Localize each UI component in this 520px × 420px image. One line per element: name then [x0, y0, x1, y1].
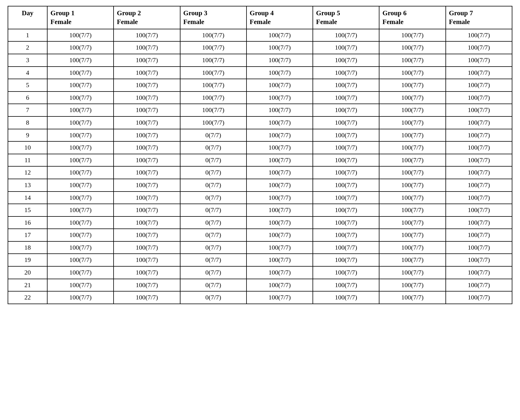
table-row: 20100(7/7)100(7/7)0(7/7)100(7/7)100(7/7)… — [8, 266, 512, 279]
col-header-g5: Group 5Female — [313, 6, 379, 29]
group-2-cell: 100(7/7) — [114, 229, 180, 241]
group-3-cell: 100(7/7) — [180, 29, 247, 42]
group-4-cell: 100(7/7) — [247, 54, 313, 67]
table-row: 16100(7/7)100(7/7)0(7/7)100(7/7)100(7/7)… — [8, 216, 512, 229]
group-3-cell: 0(7/7) — [180, 241, 247, 254]
group-1-cell: 100(7/7) — [47, 54, 114, 67]
day-cell: 4 — [8, 67, 47, 79]
group-5-cell: 100(7/7) — [313, 141, 379, 154]
group-7-cell: 100(7/7) — [446, 141, 512, 154]
group-2-cell: 100(7/7) — [114, 166, 180, 179]
group-2-cell: 100(7/7) — [114, 216, 180, 229]
group-6-cell: 100(7/7) — [379, 104, 445, 116]
group-3-cell: 100(7/7) — [180, 54, 247, 67]
group-7-cell: 100(7/7) — [446, 266, 512, 279]
group-7-cell: 100(7/7) — [446, 279, 512, 292]
group-6-cell: 100(7/7) — [379, 116, 445, 129]
group-3-cell: 0(7/7) — [180, 166, 247, 179]
group-5-cell: 100(7/7) — [313, 129, 379, 142]
group-7-cell: 100(7/7) — [446, 67, 512, 79]
day-cell: 3 — [8, 54, 47, 67]
day-cell: 20 — [8, 266, 47, 279]
group-4-cell: 100(7/7) — [247, 116, 313, 129]
col-header-g6: Group 6Female — [379, 6, 445, 29]
group-3-cell: 0(7/7) — [180, 192, 247, 204]
group-5-cell: 100(7/7) — [313, 254, 379, 266]
group-4-cell: 100(7/7) — [247, 291, 313, 304]
day-cell: 15 — [8, 204, 47, 216]
group-6-cell: 100(7/7) — [379, 54, 445, 67]
day-cell: 7 — [8, 104, 47, 116]
group-6-cell: 100(7/7) — [379, 92, 445, 104]
col-header-day: Day — [8, 6, 47, 29]
group-5-cell: 100(7/7) — [313, 229, 379, 241]
group-2-cell: 100(7/7) — [114, 291, 180, 304]
group-5-cell: 100(7/7) — [313, 54, 379, 67]
group-4-cell: 100(7/7) — [247, 254, 313, 266]
day-cell: 5 — [8, 79, 47, 92]
group-4-cell: 100(7/7) — [247, 141, 313, 154]
group-3-cell: 0(7/7) — [180, 229, 247, 241]
group-4-cell: 100(7/7) — [247, 79, 313, 92]
table-row: 18100(7/7)100(7/7)0(7/7)100(7/7)100(7/7)… — [8, 241, 512, 254]
day-cell: 12 — [8, 166, 47, 179]
group-6-cell: 100(7/7) — [379, 79, 445, 92]
group-5-cell: 100(7/7) — [313, 204, 379, 216]
table-row: 2100(7/7)100(7/7)100(7/7)100(7/7)100(7/7… — [8, 41, 512, 54]
group-1-cell: 100(7/7) — [47, 179, 114, 192]
group-6-cell: 100(7/7) — [379, 166, 445, 179]
group-1-cell: 100(7/7) — [47, 254, 114, 266]
group-3-cell: 0(7/7) — [180, 216, 247, 229]
group-1-cell: 100(7/7) — [47, 104, 114, 116]
survival-table: Day Group 1Female Group 2Female Group 3F… — [8, 6, 512, 304]
group-6-cell: 100(7/7) — [379, 229, 445, 241]
day-cell: 10 — [8, 141, 47, 154]
day-cell: 16 — [8, 216, 47, 229]
group-4-cell: 100(7/7) — [247, 41, 313, 54]
group-2-cell: 100(7/7) — [114, 104, 180, 116]
group-2-cell: 100(7/7) — [114, 67, 180, 79]
group-7-cell: 100(7/7) — [446, 29, 512, 42]
day-cell: 11 — [8, 154, 47, 167]
group-4-cell: 100(7/7) — [247, 179, 313, 192]
table-row: 1100(7/7)100(7/7)100(7/7)100(7/7)100(7/7… — [8, 29, 512, 42]
group-7-cell: 100(7/7) — [446, 79, 512, 92]
day-cell: 21 — [8, 279, 47, 292]
group-7-cell: 100(7/7) — [446, 104, 512, 116]
group-1-cell: 100(7/7) — [47, 241, 114, 254]
group-6-cell: 100(7/7) — [379, 192, 445, 204]
group-5-cell: 100(7/7) — [313, 291, 379, 304]
group-6-cell: 100(7/7) — [379, 241, 445, 254]
group-4-cell: 100(7/7) — [247, 29, 313, 42]
group-5-cell: 100(7/7) — [313, 79, 379, 92]
group-5-cell: 100(7/7) — [313, 92, 379, 104]
group-7-cell: 100(7/7) — [446, 204, 512, 216]
col-header-g3: Group 3Female — [180, 6, 247, 29]
table-row: 8100(7/7)100(7/7)100(7/7)100(7/7)100(7/7… — [8, 116, 512, 129]
group-7-cell: 100(7/7) — [446, 116, 512, 129]
table-row: 14100(7/7)100(7/7)0(7/7)100(7/7)100(7/7)… — [8, 192, 512, 204]
group-2-cell: 100(7/7) — [114, 266, 180, 279]
day-cell: 8 — [8, 116, 47, 129]
table-row: 22100(7/7)100(7/7)0(7/7)100(7/7)100(7/7)… — [8, 291, 512, 304]
group-7-cell: 100(7/7) — [446, 166, 512, 179]
group-1-cell: 100(7/7) — [47, 129, 114, 142]
group-7-cell: 100(7/7) — [446, 154, 512, 167]
group-2-cell: 100(7/7) — [114, 154, 180, 167]
group-4-cell: 100(7/7) — [247, 92, 313, 104]
group-4-cell: 100(7/7) — [247, 204, 313, 216]
table-row: 5100(7/7)100(7/7)100(7/7)100(7/7)100(7/7… — [8, 79, 512, 92]
table-row: 15100(7/7)100(7/7)0(7/7)100(7/7)100(7/7)… — [8, 204, 512, 216]
col-header-g4: Group 4Female — [247, 6, 313, 29]
group-4-cell: 100(7/7) — [247, 129, 313, 142]
group-4-cell: 100(7/7) — [247, 154, 313, 167]
group-6-cell: 100(7/7) — [379, 204, 445, 216]
table-row: 13100(7/7)100(7/7)0(7/7)100(7/7)100(7/7)… — [8, 179, 512, 192]
table-row: 21100(7/7)100(7/7)0(7/7)100(7/7)100(7/7)… — [8, 279, 512, 292]
group-4-cell: 100(7/7) — [247, 241, 313, 254]
group-7-cell: 100(7/7) — [446, 216, 512, 229]
group-7-cell: 100(7/7) — [446, 229, 512, 241]
group-1-cell: 100(7/7) — [47, 154, 114, 167]
group-2-cell: 100(7/7) — [114, 204, 180, 216]
col-header-g2: Group 2Female — [114, 6, 180, 29]
